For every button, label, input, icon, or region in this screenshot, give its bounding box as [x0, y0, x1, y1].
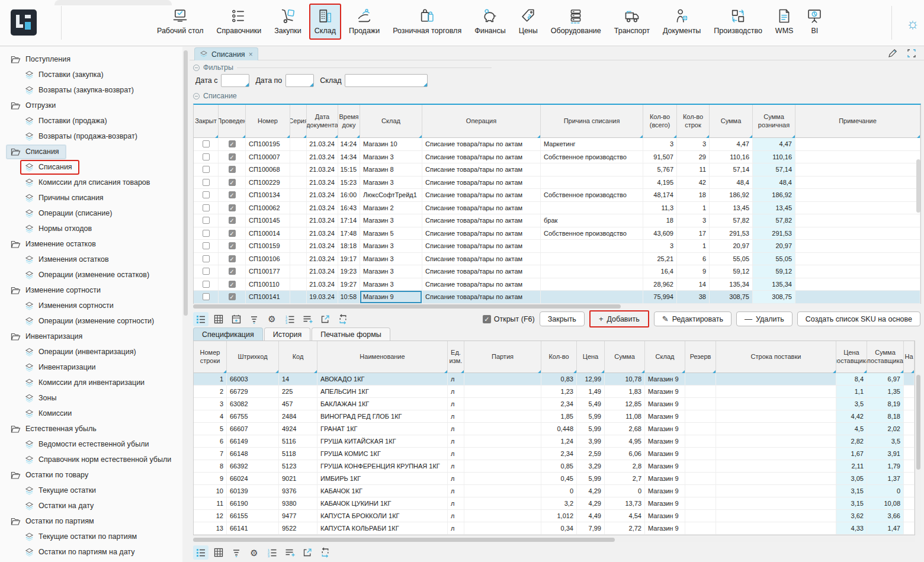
writeoffs-vscrollbar[interactable]: [916, 159, 921, 236]
cell-warehouse[interactable]: Магазин 3: [360, 253, 422, 265]
table-row[interactable]: 266729225АПЕЛЬСИН 1КГл1,231,491,83Магази…: [194, 386, 915, 398]
table-row[interactable]: ✓СП10006221.03.2416:43Магазин 2Списание …: [194, 202, 920, 215]
closed-checkbox[interactable]: [203, 166, 210, 173]
edit-button[interactable]: ✎Редактировать: [654, 311, 732, 326]
settings-button[interactable]: ⚙: [246, 545, 262, 560]
column-header[interactable]: Наименование: [317, 341, 448, 373]
tab-spisaniya[interactable]: Списания ×: [194, 47, 258, 60]
closed-checkbox[interactable]: [203, 204, 210, 211]
sidebar-item[interactable]: Операции (инвентаризация): [0, 344, 182, 359]
cell-warehouse[interactable]: Магазин 3: [360, 176, 422, 189]
top-menu-finance[interactable]: Финансы: [469, 4, 511, 40]
sidebar-item[interactable]: Ведомости естественной убыли: [0, 436, 182, 452]
table-row[interactable]: 5666074924ГРАНАТ 1КГл0,4485,992,68Магази…: [194, 423, 915, 435]
table-row[interactable]: 13661419522КАПУСТА КОЛЬРАБИ 1КГл0,347,99…: [194, 522, 915, 535]
table-row[interactable]: ✓СП10010621.03.2419:17Магазин 3Списание …: [194, 253, 920, 266]
column-header[interactable]: Склад: [645, 341, 685, 373]
closed-checkbox[interactable]: [203, 153, 210, 160]
open-external-button[interactable]: [300, 545, 315, 560]
sidebar-item[interactable]: Списания: [0, 159, 182, 175]
add-button[interactable]: +Добавить: [591, 312, 647, 326]
sidebar-item[interactable]: Инвентаризации: [0, 359, 182, 375]
grid-view-button[interactable]: [211, 312, 226, 326]
column-header[interactable]: Серия: [290, 105, 307, 138]
column-header[interactable]: Кол-во: [541, 341, 577, 373]
column-header[interactable]: Номер строки: [194, 341, 227, 373]
cell-warehouse[interactable]: Магазин 2: [360, 202, 422, 214]
sidebar-item[interactable]: Операции (списание): [0, 205, 182, 221]
add-list-button[interactable]: [282, 545, 297, 560]
top-menu-retail[interactable]: Розничная торговля: [387, 4, 467, 40]
table-row[interactable]: ✓СП10015921.03.2418:18Магазин 3Списание …: [194, 240, 920, 253]
numbered-list-button[interactable]: 123: [264, 545, 280, 560]
theme-toggle-icon[interactable]: ☼: [906, 15, 919, 32]
add-list-button[interactable]: [300, 312, 315, 326]
top-menu-purchases[interactable]: Закупки: [269, 4, 307, 40]
sidebar-folder[interactable]: Отгрузки: [0, 98, 182, 113]
sidebar-item[interactable]: Возвраты (закупка-возврат): [0, 82, 182, 98]
table-row[interactable]: ✓СП10019521.03.2414:24Магазин 10Списание…: [194, 138, 920, 151]
sidebar-folder[interactable]: Инвентаризация: [0, 329, 182, 344]
refresh-button[interactable]: [335, 312, 351, 326]
closed-checkbox[interactable]: [203, 217, 210, 224]
column-header[interactable]: Операция: [422, 105, 541, 138]
warehouse-filter-input[interactable]: [345, 75, 427, 86]
sidebar-item[interactable]: Операции (изменение остатков): [0, 267, 182, 282]
column-header[interactable]: Партия: [464, 341, 541, 373]
top-menu-transport[interactable]: Транспорт: [609, 4, 655, 40]
table-row[interactable]: 4667552484ВИНОГРАД РЕД ГЛОБ 1КГл1,855,99…: [194, 410, 915, 423]
calendar-view-button[interactable]: [229, 312, 244, 326]
table-row[interactable]: ✓СП10006821.03.2415:15Магазин 8Списание …: [194, 163, 920, 176]
sidebar-item[interactable]: Нормы отходов: [0, 221, 182, 236]
closed-checkbox[interactable]: [203, 179, 210, 186]
scrollbar-thumb[interactable]: [193, 538, 615, 542]
posted-checkbox[interactable]: ✓: [229, 191, 236, 198]
sidebar-item[interactable]: Комиссии для инвентаризации: [0, 375, 182, 390]
closed-checkbox[interactable]: [203, 230, 210, 237]
date-from-input[interactable]: [222, 75, 249, 86]
sidebar-item[interactable]: Изменения остатков: [0, 252, 182, 267]
posted-checkbox[interactable]: ✓: [229, 242, 236, 249]
refresh-button[interactable]: [317, 545, 333, 560]
cell-warehouse[interactable]: Магазин 3: [360, 214, 422, 227]
column-header[interactable]: Штрихкод: [227, 341, 279, 373]
table-row[interactable]: 11661909380КАБАЧОК ЦУКИНИ 1КГл3,24,2913,…: [194, 497, 915, 510]
table-row[interactable]: 363082457БАКЛАЖАН 1КГл2,345,4912,85Магаз…: [194, 398, 915, 410]
posted-checkbox[interactable]: ✓: [229, 140, 236, 147]
table-row[interactable]: ✓СП10014119.03.2410:58Магазин 9Списание …: [194, 291, 920, 304]
top-menu-equipment[interactable]: Оборудование: [546, 4, 607, 40]
column-header[interactable]: Кол-во (всего): [643, 105, 677, 138]
scrollbar-thumb[interactable]: [916, 375, 920, 470]
table-row[interactable]: 9660249021ИМБИРЬ 1КГл0,455,992,7Магазин …: [194, 473, 915, 485]
sidebar-item[interactable]: Причины списания: [0, 190, 182, 205]
cell-warehouse[interactable]: Магазин 3: [360, 151, 422, 163]
collapse-icon[interactable]: [193, 65, 200, 71]
table-row[interactable]: 16600314АВОКАДО 1КГл0,8312,9910,78Магази…: [194, 373, 915, 386]
sidebar-item[interactable]: Операции (изменение сортности): [0, 313, 182, 329]
column-header[interactable]: Сумма поставщика: [867, 341, 904, 373]
sidebar-scrollbar[interactable]: [182, 47, 189, 562]
scrollbar-thumb[interactable]: [184, 50, 188, 316]
scrollbar-thumb[interactable]: [193, 304, 621, 309]
closed-checkbox[interactable]: [203, 242, 210, 249]
column-header[interactable]: Кол-во строк: [677, 105, 710, 138]
sidebar-folder[interactable]: Естественная убыль: [0, 421, 182, 436]
closed-checkbox[interactable]: [203, 255, 210, 262]
table-row[interactable]: ✓СП10013421.03.2416:00ЛюксСофтТрейд1Спис…: [194, 189, 920, 202]
sidebar-item[interactable]: Партии: [0, 560, 182, 562]
table-row[interactable]: ✓СП10014521.03.2417:14Магазин 3Списание …: [194, 214, 920, 227]
posted-checkbox[interactable]: ✓: [229, 255, 236, 262]
sidebar-item[interactable]: Комиссии: [0, 406, 182, 421]
sidebar-folder[interactable]: Остатки по товару: [0, 467, 182, 483]
posted-checkbox[interactable]: ✓: [229, 166, 236, 173]
posted-checkbox[interactable]: ✓: [229, 179, 236, 186]
sidebar-folder[interactable]: Поступления: [0, 52, 182, 67]
sidebar-folder[interactable]: Изменение остатков: [0, 236, 182, 252]
column-header[interactable]: Причина списания: [541, 105, 643, 138]
column-header[interactable]: Строка поставки: [716, 341, 836, 373]
posted-checkbox[interactable]: ✓: [229, 281, 236, 288]
sidebar-item[interactable]: Поставки (продажа): [0, 113, 182, 129]
column-header[interactable]: Примечание: [795, 105, 920, 138]
cell-warehouse[interactable]: Магазин 9: [360, 291, 422, 303]
cell-warehouse[interactable]: Магазин 10: [360, 138, 422, 150]
